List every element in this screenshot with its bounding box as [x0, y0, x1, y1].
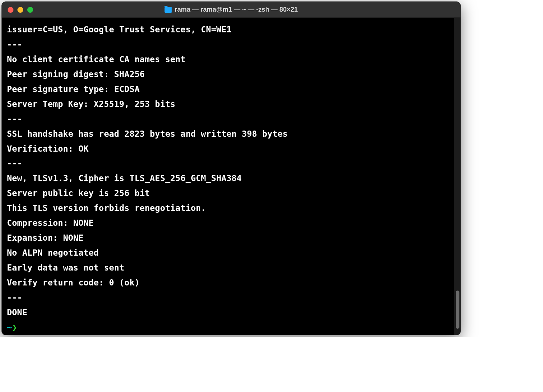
- terminal-line: New, TLSv1.3, Cipher is TLS_AES_256_GCM_…: [7, 173, 242, 183]
- terminal-line: DONE: [7, 308, 27, 317]
- terminal-line: Server Temp Key: X25519, 253 bits: [7, 99, 176, 109]
- terminal-line: No client certificate CA names sent: [7, 55, 186, 64]
- traffic-lights: [8, 7, 33, 13]
- terminal-line: Peer signing digest: SHA256: [7, 69, 145, 79]
- maximize-button[interactable]: [27, 7, 33, 13]
- terminal-line: Verify return code: 0 (ok): [7, 278, 140, 287]
- terminal-line: No ALPN negotiated: [7, 248, 99, 257]
- terminal-line: SSL handshake has read 2823 bytes and wr…: [7, 129, 288, 139]
- close-button[interactable]: [8, 7, 13, 13]
- terminal-line: Early data was not sent: [7, 263, 124, 272]
- prompt-arrow-icon: ❯: [12, 323, 17, 332]
- terminal-line: issuer=C=US, O=Google Trust Services, CN…: [7, 25, 232, 34]
- folder-icon: [165, 7, 172, 13]
- terminal-window: rama — rama@m1 — ~ — -zsh — 80×21 issuer…: [1, 1, 461, 335]
- terminal-line: Peer signature type: ECDSA: [7, 84, 140, 94]
- terminal-line: Compression: NONE: [7, 218, 94, 228]
- terminal-line: ---: [7, 114, 22, 124]
- window-title-group: rama — rama@m1 — ~ — -zsh — 80×21: [165, 6, 298, 13]
- scrollbar-thumb[interactable]: [456, 291, 459, 329]
- terminal-body[interactable]: issuer=C=US, O=Google Trust Services, CN…: [2, 18, 454, 335]
- terminal-line: This TLS version forbids renegotiation.: [7, 203, 206, 213]
- terminal-line: Server public key is 256 bit: [7, 188, 150, 198]
- terminal-body-wrap: issuer=C=US, O=Google Trust Services, CN…: [2, 18, 460, 335]
- scrollbar-track[interactable]: [454, 18, 460, 335]
- minimize-button[interactable]: [17, 7, 23, 13]
- terminal-line: ---: [7, 293, 22, 302]
- terminal-line: ---: [7, 40, 22, 49]
- titlebar[interactable]: rama — rama@m1 — ~ — -zsh — 80×21: [2, 2, 460, 18]
- terminal-line: ---: [7, 159, 22, 168]
- window-title: rama — rama@m1 — ~ — -zsh — 80×21: [175, 6, 298, 13]
- prompt-tilde: ~: [7, 323, 12, 332]
- terminal-line: Verification: OK: [7, 144, 89, 153]
- terminal-line: Expansion: NONE: [7, 233, 84, 243]
